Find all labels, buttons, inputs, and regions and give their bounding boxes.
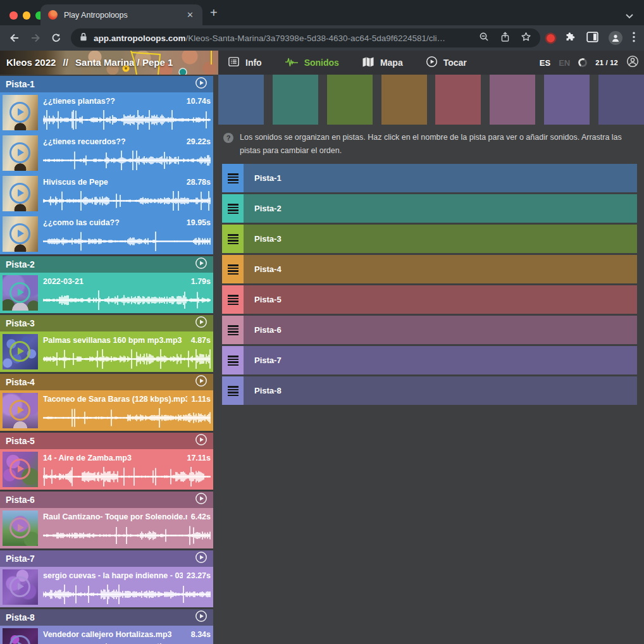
track-row-pista-2[interactable]: Pista-2 [222, 194, 637, 223]
clip-waveform[interactable] [43, 584, 211, 605]
clip-item[interactable]: 2022-03-21 1.79s [0, 273, 213, 313]
track-row-pista-6[interactable]: Pista-6 [222, 316, 637, 344]
clip-play-icon[interactable] [9, 517, 30, 538]
track-section-header[interactable]: Pista-8 [0, 609, 213, 626]
drag-handle[interactable] [222, 376, 244, 405]
side-panel-icon[interactable] [586, 32, 598, 45]
clip-item[interactable]: Taconeo de Sara Baras (128 kbps).mp3 1.1… [0, 390, 213, 431]
track-row-pista-5[interactable]: Pista-5 [222, 285, 637, 314]
track-row-bar[interactable]: Pista-7 [244, 346, 637, 375]
account-icon[interactable] [626, 55, 639, 70]
track-play-icon[interactable] [195, 492, 207, 507]
track-section-header[interactable]: Pista-1 [0, 76, 213, 92]
bookmark-star-icon[interactable] [521, 32, 531, 45]
language-es-button[interactable]: ES [540, 58, 550, 68]
reload-button[interactable] [50, 32, 62, 44]
clip-item[interactable]: ¿¿tienes recuerdos?? 29.22s [0, 133, 213, 173]
track-section-header[interactable]: Pista-4 [0, 374, 213, 390]
drag-handle[interactable] [222, 194, 244, 223]
drag-handle[interactable] [222, 255, 244, 283]
drag-handle[interactable] [222, 316, 244, 344]
track-section-header[interactable]: Pista-5 [0, 433, 213, 449]
clip-item[interactable]: ¿¿tienes plantas?? 10.74s [0, 92, 213, 133]
track-section-header[interactable]: Pista-3 [0, 315, 213, 331]
clip-waveform[interactable] [43, 407, 211, 428]
track-color-swatch-1[interactable] [218, 75, 264, 125]
clip-waveform[interactable] [43, 290, 211, 311]
forward-button[interactable] [29, 32, 42, 44]
clip-item[interactable]: 14 - Aire de Zamba.mp3 17.11s [0, 449, 213, 490]
close-window-button[interactable] [9, 11, 18, 20]
address-bar[interactable]: app.antropoloops.com /Kleos-Santa-Marina… [71, 28, 540, 47]
track-row-pista-4[interactable]: Pista-4 [222, 255, 637, 283]
new-tab-button[interactable]: + [210, 6, 218, 19]
clip-item[interactable]: Vendedor callejero Hortalizas.mp3 8.34s [0, 626, 213, 644]
clip-item[interactable]: Palmas sevillanas 160 bpm mp3.mp3 4.87s [0, 331, 213, 372]
track-row-bar[interactable]: Pista-1 [244, 164, 637, 192]
clip-play-icon[interactable] [9, 282, 30, 303]
clip-waveform[interactable] [43, 349, 211, 369]
browser-profile-avatar[interactable] [609, 31, 622, 45]
recording-extension-icon[interactable] [547, 34, 555, 42]
language-en-button[interactable]: EN [559, 58, 570, 68]
minimize-window-button[interactable] [23, 11, 31, 20]
track-row-bar[interactable]: Pista-2 [244, 194, 637, 223]
track-section-header[interactable]: Pista-6 [0, 492, 213, 508]
track-play-icon[interactable] [195, 77, 207, 92]
track-row-bar[interactable]: Pista-6 [244, 316, 637, 344]
project-banner[interactable]: Kleos 2022 // Santa Marina / Pepe 1 [0, 51, 218, 75]
track-section-header[interactable]: Pista-7 [0, 550, 213, 567]
tab-close-icon[interactable]: ✕ [185, 9, 195, 20]
tab-search-chevron-icon[interactable] [626, 10, 633, 22]
clip-waveform[interactable] [43, 109, 211, 130]
drag-handle[interactable] [222, 225, 244, 253]
clip-play-icon[interactable] [9, 142, 30, 163]
nav-tocar[interactable]: Tocar [426, 56, 467, 70]
track-color-swatch-5[interactable] [435, 75, 481, 125]
clip-item[interactable]: sergio cuevas - la harpe indienne - 03 -… [0, 567, 213, 607]
clip-waveform[interactable] [43, 190, 211, 211]
track-row-pista-1[interactable]: Pista-1 [222, 164, 637, 192]
track-color-swatch-8[interactable] [598, 75, 644, 125]
track-play-icon[interactable] [195, 375, 207, 390]
clip-item[interactable]: Raul Cantizano- Toque por Solenoide.mp3 … [0, 508, 213, 548]
clip-play-icon[interactable] [9, 341, 30, 362]
browser-menu-dots-icon[interactable] [633, 32, 635, 45]
drag-handle[interactable] [222, 285, 244, 314]
track-color-swatch-4[interactable] [381, 75, 427, 125]
track-play-icon[interactable] [195, 551, 207, 566]
clip-waveform[interactable] [43, 231, 211, 252]
clip-item[interactable]: Hiviscus de Pepe 28.78s [0, 173, 213, 214]
clip-play-icon[interactable] [9, 459, 30, 480]
clip-waveform[interactable] [43, 466, 211, 487]
track-color-swatch-6[interactable] [490, 75, 535, 125]
clip-play-icon[interactable] [9, 635, 30, 644]
track-play-icon[interactable] [195, 610, 207, 625]
clip-play-icon[interactable] [9, 400, 30, 421]
track-row-bar[interactable]: Pista-8 [244, 376, 637, 405]
clip-item[interactable]: ¿¿como las cuida?? 19.95s [0, 214, 213, 254]
clip-play-icon[interactable] [9, 223, 30, 244]
nav-mapa[interactable]: Mapa [362, 56, 403, 70]
drag-handle[interactable] [222, 346, 244, 375]
track-color-swatch-3[interactable] [327, 75, 373, 125]
track-row-pista-7[interactable]: Pista-7 [222, 346, 637, 375]
track-section-header[interactable]: Pista-2 [0, 256, 213, 273]
clip-waveform[interactable] [43, 525, 211, 546]
track-row-pista-8[interactable]: Pista-8 [222, 376, 637, 405]
browser-tab[interactable]: Play Antropoloops ✕ [40, 4, 202, 25]
help-question-icon[interactable]: ? [223, 133, 233, 143]
nav-sonidos[interactable]: Sonidos [285, 57, 339, 69]
share-icon[interactable] [500, 32, 510, 45]
clip-play-icon[interactable] [9, 102, 30, 123]
track-play-icon[interactable] [195, 433, 207, 449]
track-play-icon[interactable] [195, 257, 207, 272]
track-row-bar[interactable]: Pista-3 [244, 225, 637, 253]
nav-info[interactable]: Info [228, 56, 262, 70]
track-row-bar[interactable]: Pista-5 [244, 285, 637, 314]
extensions-puzzle-icon[interactable] [565, 31, 576, 45]
clip-waveform[interactable] [43, 150, 211, 171]
track-row-bar[interactable]: Pista-4 [244, 255, 637, 283]
back-button[interactable] [8, 32, 21, 44]
track-play-icon[interactable] [195, 316, 207, 331]
